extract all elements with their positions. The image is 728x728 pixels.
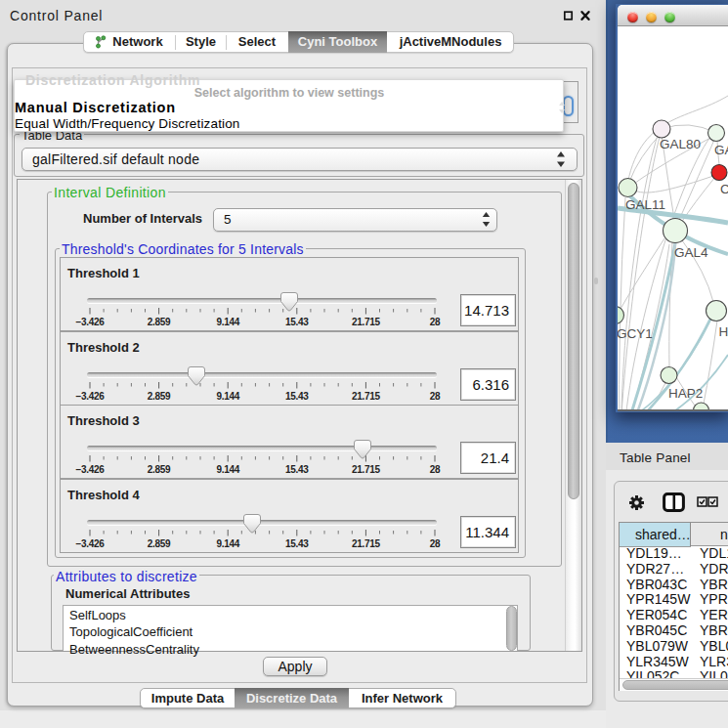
svg-text:GCY1: GCY1 xyxy=(618,326,653,341)
svg-text:GAL4: GAL4 xyxy=(674,245,708,260)
svg-text:HA: HA xyxy=(719,324,728,339)
svg-text:GAL11: GAL11 xyxy=(625,197,665,212)
svg-text:GA: GA xyxy=(714,143,728,157)
svg-text:CY: CY xyxy=(720,182,728,196)
svg-text:GAL80: GAL80 xyxy=(660,137,701,151)
svg-text:HAP2: HAP2 xyxy=(668,386,703,401)
